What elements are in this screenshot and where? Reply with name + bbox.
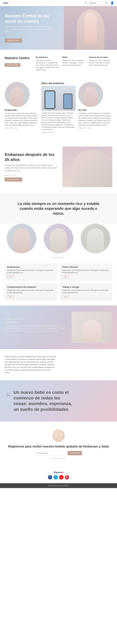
hero-text: Duis aute irure dolor in reprehenderit. … [5, 25, 54, 33]
newsletter-avatar [52, 430, 65, 442]
large-quote-section: “ Un nuevo bebé es como el comienzo de t… [0, 380, 117, 422]
cards-section: Embarazarse Sample text. Click to select… [0, 262, 117, 306]
search-bar: 🔍 [88, 2, 108, 5]
nc-col2-title: Bebé [62, 56, 86, 58]
social-icons: f t ▶ ◉ [5, 475, 112, 480]
search-input[interactable] [90, 2, 105, 4]
circle-2-image [44, 224, 73, 253]
milestone-center: Hitos del embarazo In mollis nunc sed id… [41, 82, 76, 133]
e35-text: Vivamus arcu felis bibendum ut tristique… [5, 164, 58, 172]
milestone-left-image [5, 82, 30, 107]
circle-2-person [50, 228, 67, 253]
e35-image [62, 146, 112, 187]
hero-section: Nuestro Centro es su socio de crianza Du… [0, 6, 117, 50]
nc-title-block: Nuestro Centro APRENDE MÁS [5, 56, 33, 67]
text-block-section: Phaerrae magna ac placerat vestibulum le… [0, 349, 117, 380]
newsletter-form: SUBSCRIBE [5, 451, 112, 455]
logo: logo [3, 2, 8, 4]
circle-3-image [81, 224, 110, 253]
milestone-right-text: In mollis nunc sed id semper risus in he… [78, 112, 112, 126]
card-2-text: Sample text. Click to select the text bo… [7, 289, 55, 294]
seguimos-title: Síguenos [5, 471, 112, 474]
milestone-left-person [10, 87, 24, 107]
quote-mark: “ [6, 393, 10, 403]
nc-col-embarazo: El embarazo Duis aute irure dolor in rep… [36, 56, 59, 71]
newsletter-link: Imagen de BillionPhotos [51, 458, 66, 459]
card-0-text: Sample text. Click to select the text bo… [7, 269, 55, 274]
instagram-icon[interactable]: ◉ [65, 475, 69, 480]
person-icon[interactable]: 👤 [110, 1, 114, 5]
milestone-right-title: Ser feliz [78, 109, 112, 111]
quote-section: La vida siempre es un momento rico y est… [0, 194, 117, 224]
e35-section: Embarazo después de los 35 años Vivamus … [0, 140, 117, 194]
milestone-center-title: Hitos del embarazo [41, 82, 76, 85]
sobre-tag: SOBRE NOSOTROS [5, 318, 67, 320]
youtube-icon[interactable]: ▶ [59, 475, 64, 480]
card-trabajo: Trabajo y entrega Sample text. Click to … [60, 283, 112, 301]
card-1-button[interactable]: MÁS [62, 275, 69, 278]
quote-text: La vida siempre es un momento rico y est… [15, 201, 102, 216]
circle-3-person [87, 228, 104, 253]
milestone-right-link: Imágenes de Freepik [78, 127, 112, 129]
phone2-shape [63, 94, 72, 109]
facebook-icon[interactable]: f [48, 475, 52, 480]
e35-link: Imagen de Freepik [5, 174, 58, 176]
circle-1-person [13, 228, 30, 253]
text-block-grid: Phaerrae magna ac placerat vestibulum le… [5, 356, 112, 374]
hero-figure-shape [76, 9, 104, 50]
card-2-button[interactable]: MÁS [7, 295, 14, 298]
nc-col1-title: El embarazo [36, 56, 59, 58]
seguimos-section: Síguenos f t ▶ ◉ [0, 467, 117, 483]
text-block-left-content: Phaerrae magna ac placerat vestibulum le… [5, 356, 56, 374]
milestone-left-text: In mollis nunc sed id semper risus in he… [5, 112, 39, 126]
phone2-screen [64, 94, 72, 108]
newsletter-email-input[interactable] [35, 451, 66, 455]
card-0-button[interactable]: MÁS [7, 275, 14, 278]
nav-center: ≡ 🔍 👤 [85, 1, 114, 5]
hero-content: Nuestro Centro es su socio de crianza Du… [5, 13, 54, 42]
twitter-icon[interactable]: t [54, 475, 58, 480]
card-3-text: Sample text. Click to select the text bo… [62, 289, 110, 294]
milestone-right-person [84, 87, 98, 107]
card-primer-trimestre: Primer trimestre Sample text. Click to s… [60, 263, 112, 281]
nc-col-bebe: Bebé Sample text. Click to select the te… [62, 56, 86, 66]
navigation: logo ≡ 🔍 👤 [0, 0, 117, 6]
nc-button[interactable]: APRENDE MÁS [5, 63, 20, 67]
hero-button[interactable]: APRENDE MÁS [5, 38, 22, 42]
milestone-left-title: Empezando [5, 109, 39, 111]
sobre-title: QUÉ HACEMOS [5, 321, 67, 324]
circle-2 [42, 224, 76, 254]
circles-link: Imagen de Freepik [52, 257, 64, 258]
sobre-text: Ut enim ad minim veniam, quis nostrud ex… [5, 325, 67, 332]
e35-button[interactable]: APRENDE MÁS [5, 178, 22, 182]
sobre-content: SOBRE NOSOTROS QUÉ HACEMOS Ut enim ad mi… [5, 318, 67, 336]
card-1-title: Primer trimestre [62, 266, 110, 268]
e35-title: Embarazo después de los 35 años [5, 152, 58, 162]
card-2-title: Complicaciones del embarazo [7, 286, 55, 288]
nc-grid: Nuestro Centro APRENDE MÁS El embarazo D… [5, 56, 112, 71]
card-3-title: Trabajo y entrega [62, 286, 110, 288]
card-0-title: Embarazarse [7, 266, 55, 268]
sobre-section: SOBRE NOSOTROS QUÉ HACEMOS Ut enim ad mi… [0, 306, 117, 349]
hero-image [64, 6, 117, 50]
phone-screen [46, 91, 54, 108]
nc-col1-text: Duis aute irure dolor in reprehenderit. … [36, 59, 59, 71]
nc-title: Nuestro Centro [5, 56, 33, 60]
three-circles-section [0, 224, 117, 256]
milestone-right-image [78, 82, 103, 107]
circle-3 [78, 224, 112, 254]
circle-1-image [7, 224, 36, 253]
e35-content: Embarazo después de los 35 años Vivamus … [5, 152, 58, 181]
hamburger-icon[interactable]: ≡ [85, 2, 86, 5]
milestone-center-link: Imágenes de Freepik [41, 132, 76, 133]
hero-title: Nuestro Centro es su socio de crianza [5, 13, 54, 24]
card-3-button[interactable]: MÁS [62, 295, 69, 298]
footer: Términos de Uso de la página [0, 483, 117, 488]
milestones-section: Empezando In mollis nunc sed id semper r… [0, 77, 117, 140]
large-quote-text: Un nuevo bebé es como el comienzo de tod… [14, 390, 73, 412]
newsletter-subscribe-button[interactable]: SUBSCRIBE [68, 451, 82, 455]
milestone-center-text: In mollis nunc sed id semper risus in he… [41, 112, 76, 131]
card-embarazarse: Embarazarse Sample text. Click to select… [5, 263, 57, 281]
search-icon[interactable]: 🔍 [105, 2, 108, 4]
footer-text: Términos de Uso de la página [48, 485, 69, 486]
